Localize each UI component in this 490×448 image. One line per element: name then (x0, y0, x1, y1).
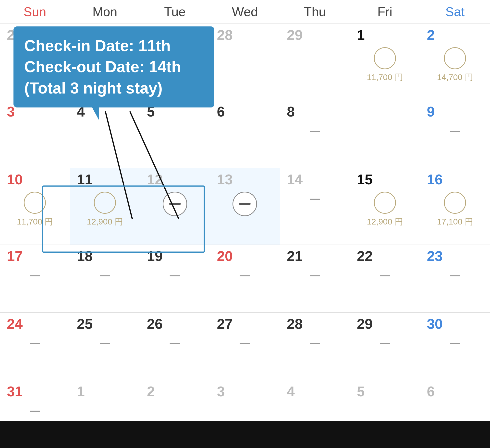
bottom-black-bar (0, 421, 490, 448)
day-price: 14,700 円 (437, 72, 473, 83)
day-number: 21 (284, 248, 303, 264)
cell-2[interactable]: 2 14,700 円 (420, 24, 490, 100)
day-number: 6 (214, 104, 225, 119)
unavailable-dash: — (30, 337, 40, 349)
unavailable-dash: — (170, 337, 180, 349)
day-number: 3 (214, 384, 225, 399)
day-price: 12,900 円 (367, 216, 403, 227)
cell-30[interactable]: 30 — (420, 313, 490, 380)
cell-19[interactable]: 19 — (140, 245, 210, 313)
day-number: 26 (144, 316, 163, 332)
day-number: 22 (355, 248, 373, 264)
unavailable-dash: — (30, 405, 40, 416)
availability-circle (374, 47, 396, 69)
day-number: 12 (144, 172, 163, 187)
cell-23[interactable]: 23 — (420, 245, 490, 313)
cell-13[interactable]: 13 (210, 168, 280, 245)
unavailable-dash: — (310, 337, 320, 349)
cell-12[interactable]: 12 (140, 168, 210, 245)
header-tue: Tue (140, 0, 210, 24)
cell-8[interactable]: 8 — (280, 100, 350, 168)
unavailable-dash: — (380, 269, 390, 281)
day-number: 2 (144, 384, 155, 399)
cell-fri8[interactable] (350, 100, 420, 168)
day-number: 1 (74, 384, 85, 399)
day-number: 19 (144, 248, 163, 264)
availability-circle (444, 47, 466, 69)
day-number: 23 (424, 248, 443, 264)
header-mon: Mon (70, 0, 140, 24)
day-number: 31 (4, 384, 23, 399)
cell-29-prev[interactable]: 29 (280, 24, 350, 100)
calendar-header: Sun Mon Tue Wed Thu Fri Sat (0, 0, 490, 24)
cell-6[interactable]: 6 (210, 100, 280, 168)
day-number: 18 (74, 248, 93, 264)
cell-4[interactable]: 4 (70, 100, 140, 168)
tooltip-text: Check-in Date: 11th Check-out Date: 14th… (24, 35, 204, 99)
day-number: 2 (424, 27, 435, 43)
cell-25[interactable]: 25 — (70, 313, 140, 380)
calendar-wrapper: Sun Mon Tue Wed Thu Fri Sat 25 26 27 28 … (0, 0, 490, 448)
day-number: 20 (214, 248, 233, 264)
cell-15[interactable]: 15 12,900 円 (350, 168, 420, 245)
minus-icon (239, 203, 251, 205)
unavailable-dash: — (450, 337, 460, 349)
day-number: 24 (4, 316, 23, 332)
availability-circle (374, 192, 396, 214)
day-price: 12,900 円 (87, 216, 123, 227)
cell-18[interactable]: 18 — (70, 245, 140, 313)
minus-circle (233, 192, 257, 216)
checkout-text: Check-out Date: 14th (24, 58, 181, 76)
minus-icon (169, 203, 181, 205)
unavailable-dash: — (170, 269, 180, 281)
cell-20[interactable]: 20 — (210, 245, 280, 313)
unavailable-dash: — (310, 269, 320, 281)
cell-17[interactable]: 17 — (0, 245, 70, 313)
cell-3[interactable]: 3 (0, 100, 70, 168)
cell-22[interactable]: 22 — (350, 245, 420, 313)
cell-28-prev[interactable]: 28 (210, 24, 280, 100)
cell-1[interactable]: 1 11,700 円 (350, 24, 420, 100)
unavailable-dash: — (240, 337, 250, 349)
day-price: 11,700 円 (17, 216, 53, 227)
unavailable-dash: — (100, 269, 110, 281)
cell-26[interactable]: 26 — (140, 313, 210, 380)
day-number: 25 (74, 316, 93, 332)
tooltip-balloon: Check-in Date: 11th Check-out Date: 14th… (13, 26, 214, 107)
cell-14[interactable]: 14 — (280, 168, 350, 245)
cell-27[interactable]: 27 — (210, 313, 280, 380)
day-price: 17,100 円 (437, 216, 473, 227)
unavailable-dash: — (100, 337, 110, 349)
day-number: 13 (214, 172, 233, 187)
cell-9[interactable]: 9 — (420, 100, 490, 168)
cell-29[interactable]: 29 — (350, 313, 420, 380)
header-thu: Thu (280, 0, 350, 24)
unavailable-dash: — (240, 269, 250, 281)
header-fri: Fri (350, 0, 420, 24)
cell-16[interactable]: 16 17,100 円 (420, 168, 490, 245)
day-number: 29 (355, 316, 373, 332)
unavailable-dash: — (310, 193, 320, 204)
day-number: 9 (424, 104, 435, 119)
header-sun: Sun (0, 0, 70, 24)
day-number: 16 (424, 172, 443, 187)
day-number: 5 (355, 384, 365, 399)
day-number: 27 (214, 316, 233, 332)
unavailable-dash: — (450, 269, 460, 281)
day-number: 6 (424, 384, 435, 399)
day-number: 8 (284, 104, 295, 119)
availability-circle (444, 192, 466, 214)
unavailable-dash: — (310, 125, 320, 137)
day-number: 3 (4, 104, 15, 119)
cell-11[interactable]: 11 12,900 円 (70, 168, 140, 245)
day-number: 10 (4, 172, 23, 187)
cell-5[interactable]: 5 (140, 100, 210, 168)
day-price: 11,700 円 (367, 72, 403, 83)
cell-21[interactable]: 21 — (280, 245, 350, 313)
cell-28[interactable]: 28 — (280, 313, 350, 380)
day-number: 30 (424, 316, 443, 332)
day-number: 15 (355, 172, 373, 187)
day-number: 29 (284, 27, 303, 43)
cell-10[interactable]: 10 11,700 円 (0, 168, 70, 245)
cell-24[interactable]: 24 — (0, 313, 70, 380)
